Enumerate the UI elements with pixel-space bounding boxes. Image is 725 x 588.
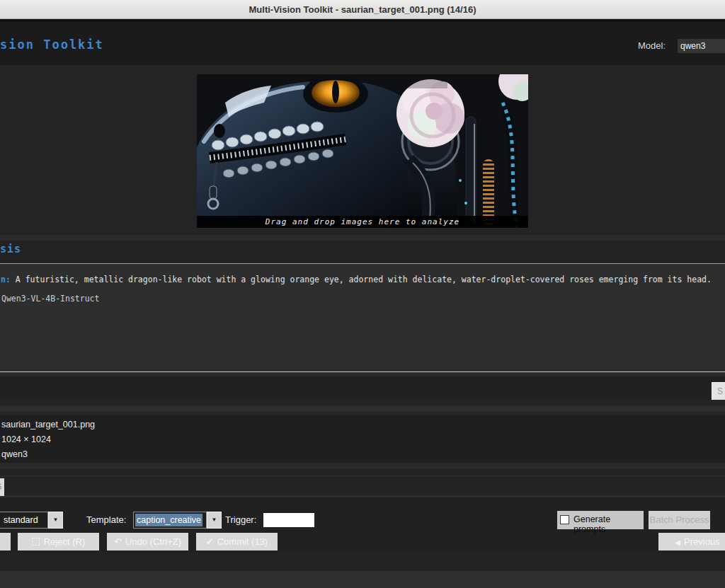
commit-icon: ✔ — [206, 536, 214, 547]
analyzed-image — [197, 74, 528, 228]
template-label: Template: — [86, 514, 126, 525]
reject-icon — [32, 538, 40, 546]
file-name: saurian_target_001.png — [1, 420, 95, 430]
reject-button[interactable]: Reject (R) — [18, 533, 99, 550]
undo-label: Undo (Ctrl+Z) — [125, 536, 181, 547]
divider-strip — [0, 406, 725, 411]
trigger-label: Trigger: — [225, 514, 256, 525]
description-label-fragment: n: — [1, 275, 11, 284]
batch-process-button[interactable]: Batch Process — [649, 511, 710, 529]
footer-band — [0, 571, 725, 588]
clipped-action-button[interactable] — [0, 533, 11, 550]
clipped-left-button[interactable]: G — [0, 478, 4, 496]
generate-prompts-label: Generate prompts — [573, 514, 644, 534]
chevron-down-icon: ▼ — [53, 517, 59, 523]
toolbar-band — [0, 376, 725, 400]
previous-button[interactable]: ◀Previous — [658, 533, 725, 550]
save-button[interactable]: S — [712, 382, 725, 401]
file-model: qwen3 — [1, 449, 28, 459]
app-title: sion Toolkit — [0, 38, 104, 52]
analysis-heading: sis — [0, 243, 21, 255]
analysis-result-panel: n: A futuristic, metallic dragon-like ro… — [0, 264, 725, 371]
divider-strip — [0, 235, 725, 241]
footer-band-dark — [0, 552, 725, 571]
window-title: Multi-Vision Toolkit - saurian_target_00… — [249, 4, 476, 15]
mode-select-arrow-icon[interactable]: ▼ — [48, 512, 63, 529]
template-select-arrow-icon[interactable]: ▼ — [207, 512, 222, 529]
template-select[interactable]: caption_creative — [133, 512, 207, 529]
model-label: Model: — [638, 40, 666, 51]
divider-strip — [0, 475, 725, 477]
drop-hint-overlay: Drag and drop images here to analyze — [197, 216, 528, 228]
reject-label: Reject (R) — [44, 536, 86, 547]
previous-icon: ◀ — [675, 538, 680, 546]
description-line: n: A futuristic, metallic dragon-like ro… — [1, 275, 712, 284]
mode-select[interactable]: standard — [0, 512, 48, 529]
description-text: A futuristic, metallic dragon-like robot… — [11, 275, 712, 284]
model-input[interactable] — [677, 38, 725, 54]
template-select-value: caption_creative — [135, 514, 202, 526]
generate-prompts-checkbox[interactable] — [560, 515, 569, 524]
trigger-input[interactable] — [263, 513, 314, 527]
commit-label: Commit (13) — [217, 536, 268, 547]
previous-label: Previous — [684, 536, 720, 547]
chevron-down-icon: ▼ — [212, 517, 217, 523]
analysis-header-band: sis — [0, 241, 725, 263]
window-titlebar[interactable]: Multi-Vision Toolkit - saurian_target_00… — [0, 0, 725, 19]
mode-select-value: standard — [4, 515, 38, 525]
analysis-model-name: Qwen3-VL-4B-Instruct — [1, 294, 99, 304]
generate-prompts-group: Generate prompts — [557, 511, 644, 529]
undo-button[interactable]: ↶Undo (Ctrl+Z) — [107, 533, 188, 550]
file-info-panel: saurian_target_001.png 1024 × 1024 qwen3 — [0, 415, 725, 463]
undo-icon: ↶ — [114, 536, 122, 547]
app-header: sion Toolkit — [0, 22, 725, 65]
image-drop-area[interactable]: Drag and drop images here to analyze — [197, 74, 528, 228]
commit-button[interactable]: ✔Commit (13) — [196, 533, 278, 550]
file-dimensions: 1024 × 1024 — [1, 434, 51, 444]
divider-strip — [0, 463, 725, 469]
lower-band — [0, 469, 725, 497]
